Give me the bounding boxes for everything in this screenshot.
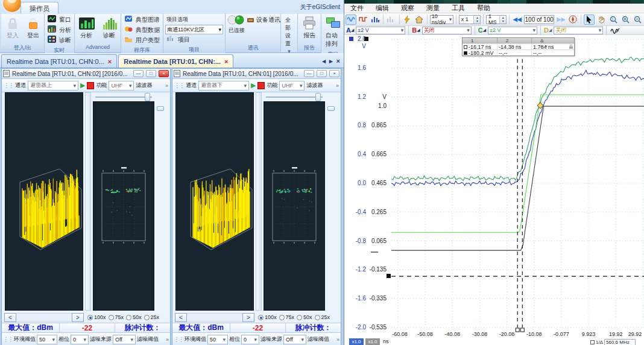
project-select[interactable]: 南通110KV北区 ▾: [165, 25, 223, 34]
waterfall-3d-panel[interactable]: [5, 92, 83, 311]
toolbar-overflow-button[interactable]: »: [165, 83, 168, 88]
zoom-out-button[interactable]: [632, 14, 643, 25]
capture-position[interactable]: 100 of 100: [524, 15, 555, 24]
tab-close-icon[interactable]: ×: [108, 58, 112, 65]
vertical-slider-handle[interactable]: [327, 106, 335, 111]
measurement-overlay[interactable]: 1 2 Δ –× -16.17 ns -14.38 ns 1.784 ns -1…: [462, 37, 575, 56]
play-button[interactable]: ▶: [251, 81, 256, 89]
channel-a-marker[interactable]: [349, 37, 353, 41]
channel-c-control[interactable]: C◢: [478, 27, 486, 34]
scroll-tabs-right-button[interactable]: ▸: [328, 57, 334, 65]
zoom-in-button[interactable]: [620, 14, 631, 25]
horizontal-slider-track[interactable]: [95, 97, 152, 98]
vertical-scrollbar[interactable]: [256, 92, 262, 311]
previous-capture-button[interactable]: ◀◀: [512, 14, 523, 25]
tab-close-icon[interactable]: ×: [224, 58, 228, 65]
x-multiplier-a[interactable]: x1.0: [349, 338, 364, 345]
prpd-2d-panel[interactable]: [264, 101, 325, 311]
freq-checkbox[interactable]: [590, 340, 595, 344]
doc-tab-2[interactable]: Realtime Data [RTU:01, CHN:... ×: [118, 54, 233, 68]
home-button[interactable]: [414, 14, 425, 25]
zoom-50x-radio[interactable]: 50x: [126, 314, 142, 320]
menu-help[interactable]: 帮助: [471, 4, 496, 13]
phase-select[interactable]: 0▾: [71, 335, 89, 344]
pan-left-button[interactable]: <: [175, 313, 187, 322]
menu-tools[interactable]: 工具: [446, 4, 471, 13]
window-button[interactable]: 通道 窗口: [46, 15, 72, 25]
stop-button[interactable]: [87, 82, 94, 89]
horizontal-slider-handle[interactable]: [315, 93, 321, 101]
analog-wave-mode-button[interactable]: [346, 14, 356, 25]
stop-button[interactable]: [257, 82, 265, 89]
zoom-75x-radio[interactable]: 75x: [279, 314, 295, 320]
user-type-button[interactable]: 用户类型: [123, 36, 161, 45]
close-button[interactable]: ×: [159, 70, 169, 77]
spinner-arrows-icon[interactable]: ▴▾: [499, 16, 506, 24]
channel-a-control[interactable]: A◢: [346, 27, 354, 34]
env-threshold-select[interactable]: 50▾: [207, 335, 228, 344]
next-capture-button[interactable]: ▶▶: [555, 14, 566, 25]
trigger-button[interactable]: [402, 14, 412, 25]
prpd-2d-panel[interactable]: [93, 101, 154, 311]
scrollbar-track[interactable]: [187, 313, 242, 322]
square-wave-mode-button[interactable]: [358, 14, 368, 25]
function-select[interactable]: UHF ▾: [279, 81, 305, 90]
channel-b-range-select[interactable]: 关闭 ▾: [422, 27, 472, 34]
scroll-tabs-left-button[interactable]: ◂: [321, 57, 327, 65]
channel-black-marker[interactable]: [364, 37, 368, 41]
device-comm-button[interactable]: 设备通讯: [245, 16, 282, 24]
menu-edit[interactable]: 编辑: [370, 4, 395, 13]
pan-right-button[interactable]: >: [72, 313, 84, 322]
persistence-mode-button[interactable]: [386, 14, 397, 25]
menu-measure[interactable]: 测量: [420, 4, 446, 13]
close-button[interactable]: ×: [329, 70, 339, 77]
env-threshold-select[interactable]: 50▾: [37, 335, 57, 344]
window-titlebar[interactable]: Realtime Data [RTU:01, CHN:02] [2016/0..…: [2, 69, 170, 79]
auto-arrange-button[interactable]: 自动排列: [323, 15, 343, 49]
menu-view[interactable]: 观察: [395, 4, 420, 13]
zoom-25x-radio[interactable]: 25x: [144, 314, 160, 320]
maximize-button[interactable]: □: [146, 70, 156, 77]
pan-right-button[interactable]: >: [242, 313, 254, 322]
login-button[interactable]: 登入: [3, 15, 22, 41]
lock-icon[interactable]: [569, 44, 574, 50]
zoom-100-button[interactable]: 1: [608, 14, 619, 25]
timebase-select[interactable]: 10 ns/div ▾: [430, 15, 453, 24]
x-multiplier-b[interactable]: x1.0: [365, 338, 380, 345]
zoom-50x-radio[interactable]: 50x: [297, 314, 312, 320]
window-titlebar[interactable]: Realtime Data [RTU:01, CHN:01] [2016/0..…: [172, 69, 341, 79]
waterfall-3d-panel[interactable]: [175, 92, 254, 311]
play-button[interactable]: ▶: [80, 81, 85, 89]
horizontal-slider-track[interactable]: [266, 97, 323, 98]
noise-source-select[interactable]: Off▾: [283, 335, 306, 344]
typical-data-button[interactable]: 典型数据: [123, 25, 161, 35]
pan-hand-button[interactable]: [596, 14, 607, 25]
channel-d-control[interactable]: D◢: [544, 27, 552, 34]
zoom-75x-radio[interactable]: 75x: [109, 314, 124, 320]
about-link[interactable]: 关于eGISclient: [300, 3, 340, 11]
diagnosis-small-button[interactable]: 诊断: [46, 36, 72, 45]
analysis-button[interactable]: 分析: [77, 15, 96, 41]
channel-a-range-select[interactable]: ±2 V ▾: [356, 27, 405, 34]
analysis-small-button[interactable]: 分析: [46, 25, 72, 35]
math-waveform-button[interactable]: [610, 25, 620, 36]
channel-b-control[interactable]: B◢: [412, 27, 420, 34]
spinner-arrows-icon[interactable]: ▴▾: [473, 16, 480, 24]
spectrum-mode-button[interactable]: [370, 14, 380, 25]
ground-marker[interactable]: [371, 252, 378, 253]
application-orb-button[interactable]: [2, 0, 22, 13]
channel-select[interactable]: 避雷器上 ▾: [28, 81, 78, 90]
waveform-canvas[interactable]: -60.08-50.08-40.08-30.08-20.08-10.08-0.0…: [391, 36, 644, 338]
scrollbar-track[interactable]: [16, 313, 72, 322]
toolbar-overflow-button[interactable]: »: [336, 337, 339, 342]
vertical-slider-handle[interactable]: [157, 106, 164, 111]
maximize-button[interactable]: □: [317, 70, 327, 77]
minimize-button[interactable]: —: [133, 70, 144, 77]
channel-select[interactable]: 避雷器下 ▾: [198, 81, 249, 90]
zoom-100x-radio[interactable]: 100x: [258, 314, 277, 320]
toolbar-overflow-button[interactable]: »: [166, 337, 169, 342]
logout-button[interactable]: 登出: [24, 15, 43, 41]
sample-count-spinner[interactable]: 1 MS ▴▾: [486, 15, 507, 24]
channel-c-range-select[interactable]: ±2 V ▾: [488, 27, 537, 34]
typical-atlas-button[interactable]: 典型图谱: [123, 15, 161, 25]
